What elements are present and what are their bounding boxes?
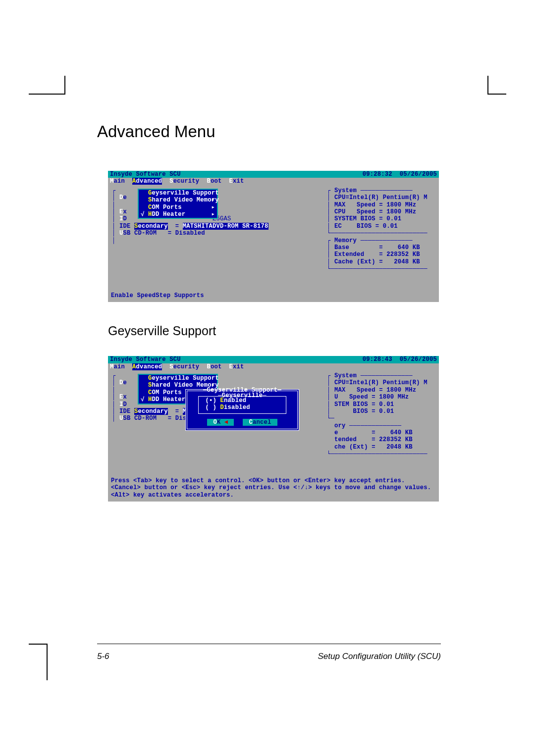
footer-title: Setup Configuration Utility (SCU) xyxy=(318,652,441,661)
page-number: 5-6 xyxy=(97,652,109,661)
bios-datetime: 09:28:32 05/26/2005 xyxy=(363,171,437,178)
menubar[interactable]: Main Advanced Security Boot Exit xyxy=(108,363,439,370)
bios-datetime: 09:28:43 05/26/2005 xyxy=(363,356,437,363)
help-text: Enable SpeedStep Supports xyxy=(108,292,439,302)
bios-screenshot-1: Insyde Software SCU 09:28:32 05/26/2005 … xyxy=(108,171,439,302)
bios-titlebar: Insyde Software SCU 09:28:32 05/26/2005 xyxy=(108,171,439,178)
advanced-dropdown[interactable]: Geyserville Support ▸ Shared Video Memor… xyxy=(138,189,218,219)
cancel-button[interactable]: Cancel xyxy=(243,419,277,426)
section-heading: Geyserville Support xyxy=(108,324,441,338)
selected-icon: ◄ xyxy=(224,419,228,426)
radio-disabled[interactable]: ( ) Disabled xyxy=(202,404,283,411)
bios-screenshot-2: Insyde Software SCU 09:28:43 05/26/2005 … xyxy=(108,356,439,502)
menu-shared-video[interactable]: Shared Video Memory ▸ xyxy=(139,197,217,203)
dialog-inner-title: ─Geyserville─ xyxy=(199,392,286,399)
menubar[interactable]: Main Advanced Security Boot Exit xyxy=(108,178,439,185)
page-heading: Advanced Menu xyxy=(97,122,441,141)
menu-hdd-heater[interactable]: √ HDD Heater xyxy=(139,211,217,218)
bios-title: Insyde Software SCU xyxy=(110,356,181,363)
menu-geyserville[interactable]: Geyserville Support ▸ xyxy=(139,190,217,197)
menu-com-ports[interactable]: COM Ports ▸ xyxy=(139,204,217,211)
bios-title: Insyde Software SCU xyxy=(110,171,181,178)
geyserville-dialog[interactable]: ─Geyserville Support─ ─Geyserville─ (•) … xyxy=(185,389,299,431)
bios-titlebar: Insyde Software SCU 09:28:43 05/26/2005 xyxy=(108,356,439,363)
ok-button[interactable]: OK ◄ xyxy=(207,419,234,426)
help-text: Press <Tab> key to select a control. <OK… xyxy=(108,477,439,502)
